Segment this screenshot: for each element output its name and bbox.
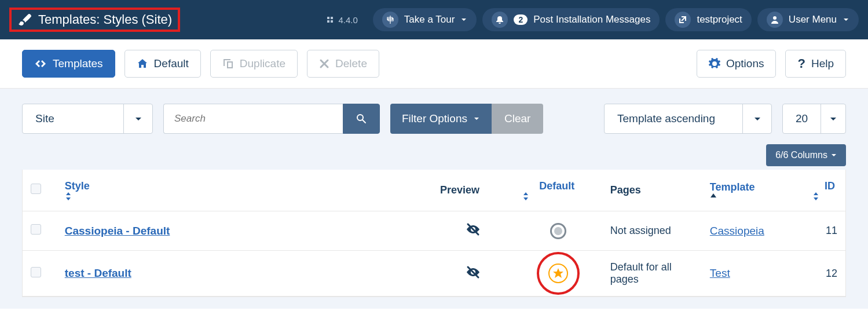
header-style-label: Style <box>65 180 90 192</box>
external-link-icon <box>675 12 691 28</box>
user-menu-button[interactable]: User Menu <box>757 8 859 31</box>
header-pages-label: Pages <box>610 184 641 196</box>
copy-icon <box>222 58 234 69</box>
duplicate-button[interactable]: Duplicate <box>210 50 298 78</box>
limit-select[interactable]: 20 <box>782 104 846 134</box>
bell-icon <box>492 12 508 28</box>
row-checkbox[interactable] <box>31 267 41 277</box>
sort-icon <box>812 192 837 200</box>
joomla-icon <box>325 15 335 24</box>
search-input[interactable] <box>163 104 343 134</box>
header-id-label: ID <box>825 180 835 192</box>
chevron-down-icon <box>843 16 849 23</box>
template-link[interactable]: Cassiopeia <box>710 225 764 237</box>
take-tour-label: Take a Tour <box>404 14 455 25</box>
row-checkbox[interactable] <box>31 224 41 235</box>
pages-cell: Not assigned <box>602 211 702 251</box>
table-row: Cassiopeia - DefaultNot assignedCassiope… <box>23 211 845 251</box>
header-default-label: Default <box>539 180 574 192</box>
duplicate-label: Duplicate <box>240 57 285 70</box>
brush-icon <box>17 13 31 27</box>
clear-label: Clear <box>504 112 530 125</box>
columns-label: 6/6 Columns <box>775 150 827 160</box>
default-label: Default <box>154 57 189 70</box>
help-label: Help <box>811 57 834 70</box>
close-icon <box>319 58 329 69</box>
version-text: 4.4.0 <box>338 15 357 25</box>
client-select-value: Site <box>23 112 67 125</box>
signpost-icon <box>382 12 398 28</box>
filter-options-label: Filter Options <box>402 112 467 125</box>
user-menu-label: User Menu <box>789 14 837 25</box>
chevron-down-icon <box>123 104 152 133</box>
preview-disabled-icon <box>466 222 481 237</box>
id-cell: 12 <box>804 251 845 297</box>
header-default[interactable]: Default <box>514 170 602 211</box>
options-button[interactable]: Options <box>697 50 776 78</box>
sort-icon <box>65 192 424 200</box>
code-icon <box>34 57 47 70</box>
delete-label: Delete <box>335 57 367 70</box>
columns-button[interactable]: 6/6 Columns <box>766 144 846 166</box>
header-pages: Pages <box>602 170 702 211</box>
header-preview: Preview <box>432 170 514 211</box>
default-star-icon[interactable] <box>548 264 568 283</box>
gear-icon <box>709 58 720 69</box>
take-tour-button[interactable]: Take a Tour <box>373 8 477 31</box>
page-title: Templates: Styles (Site) <box>9 8 180 32</box>
default-button[interactable]: Default <box>124 50 201 78</box>
search-icon <box>356 113 367 125</box>
site-link-button[interactable]: testproject <box>665 8 751 31</box>
header-preview-label: Preview <box>440 184 479 196</box>
templates-button[interactable]: Templates <box>22 50 115 78</box>
styles-table: Style Preview Default <box>22 170 846 297</box>
chevron-down-icon <box>460 16 467 23</box>
table-header-row: Style Preview Default <box>23 170 845 211</box>
select-all-checkbox[interactable] <box>31 184 41 194</box>
page-title-text: Templates: Styles (Site) <box>38 12 172 27</box>
pages-cell: Default for all pages <box>602 251 702 297</box>
site-name-label: testproject <box>697 14 742 25</box>
header-template[interactable]: Template <box>702 170 804 211</box>
sort-select[interactable]: Template ascending <box>604 104 772 134</box>
notification-count: 2 <box>514 14 528 25</box>
chevron-down-icon <box>821 104 845 133</box>
user-icon <box>767 12 783 28</box>
set-default-button[interactable] <box>550 223 566 239</box>
chevron-down-icon <box>742 104 771 133</box>
limit-select-value: 20 <box>783 112 821 125</box>
post-install-label: Post Installation Messages <box>533 14 650 25</box>
home-icon <box>137 58 148 69</box>
table-row: test - DefaultDefault for all pagesTest1… <box>23 251 845 297</box>
post-install-button[interactable]: 2 Post Installation Messages <box>482 8 660 31</box>
header-template-label: Template <box>710 181 755 193</box>
options-label: Options <box>726 57 764 70</box>
sort-select-value: Template ascending <box>605 112 728 125</box>
sort-icon <box>522 192 594 200</box>
style-link[interactable]: Cassiopeia - Default <box>65 225 170 237</box>
header-id[interactable]: ID <box>804 170 845 211</box>
id-cell: 11 <box>804 211 845 251</box>
caret-down-icon <box>831 152 837 158</box>
sort-asc-icon <box>710 193 796 199</box>
header-style[interactable]: Style <box>57 170 432 211</box>
template-link[interactable]: Test <box>710 267 730 279</box>
question-icon: ? <box>797 56 805 71</box>
clear-button[interactable]: Clear <box>492 104 543 134</box>
help-button[interactable]: ? Help <box>785 50 846 78</box>
preview-disabled-icon <box>466 265 481 280</box>
delete-button[interactable]: Delete <box>307 50 379 78</box>
search-button[interactable] <box>343 104 380 134</box>
chevron-down-icon <box>473 115 480 122</box>
client-select[interactable]: Site <box>22 104 153 134</box>
style-link[interactable]: test - Default <box>65 267 131 279</box>
version-indicator: 4.4.0 <box>325 15 357 25</box>
toolbar: Templates Default Duplicate Delete Optio… <box>0 39 868 89</box>
topbar: Templates: Styles (Site) 4.4.0 Take a To… <box>0 0 868 39</box>
svg-point-0 <box>773 16 777 20</box>
templates-label: Templates <box>53 57 103 70</box>
filter-options-button[interactable]: Filter Options <box>390 104 492 134</box>
filters-area: Site Filter Options Clear <box>0 89 868 309</box>
